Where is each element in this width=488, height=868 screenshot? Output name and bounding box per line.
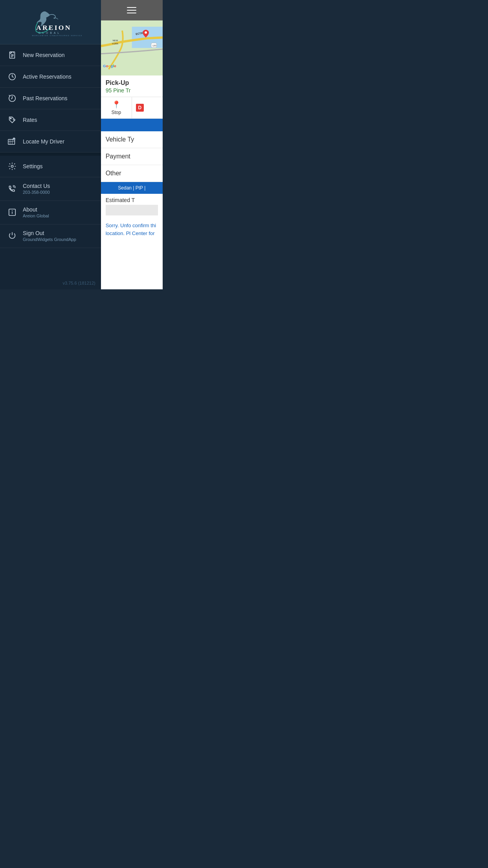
nav-section: New Reservation Active Reservations	[0, 44, 101, 277]
svg-text:YORK: YORK	[112, 42, 118, 45]
map-area: ECTICU NEW YORK 120 Google	[101, 20, 163, 75]
estimated-section: Estimated T	[101, 194, 163, 219]
svg-point-11	[10, 118, 11, 119]
svg-text:120: 120	[152, 44, 156, 47]
active-reservations-label: Active Reservations	[23, 74, 72, 80]
summary-text: Sedan | PtP |	[118, 185, 145, 191]
svg-point-16	[11, 165, 13, 167]
phone-icon	[7, 184, 17, 194]
tag-icon	[7, 115, 17, 125]
other-section[interactable]: Other	[101, 165, 163, 182]
sign-out-label: Sign Out GroundWidgets GroundApp	[23, 230, 76, 242]
stop-cell[interactable]: 📍 Stop	[101, 97, 132, 118]
info-icon	[7, 207, 17, 217]
sidebar-item-active-reservations[interactable]: Active Reservations	[0, 66, 101, 88]
payment-label: Payment	[106, 153, 130, 160]
power-icon	[7, 231, 17, 241]
right-panel: ECTICU NEW YORK 120 Google Pick-Up 95 Pi…	[101, 0, 163, 289]
pickup-address: 95 Pine Tr	[106, 87, 158, 94]
svg-text:NEW: NEW	[112, 39, 118, 42]
payment-section[interactable]: Payment	[101, 148, 163, 165]
vehicle-type-label: Vehicle Ty	[106, 136, 134, 143]
version-text: v3.75.6 (181212)	[0, 277, 101, 289]
right-header	[101, 0, 163, 20]
sidebar: AREION GLOBAL WORLDWIDE CHAUFFEURED SERV…	[0, 0, 101, 289]
destination-cell: D	[132, 97, 163, 118]
sidebar-item-locate-driver[interactable]: Locate My Driver	[0, 131, 101, 153]
svg-text:WORLDWIDE CHAUFFEURED SERVICES: WORLDWIDE CHAUFFEURED SERVICES	[32, 35, 82, 37]
map-svg: ECTICU NEW YORK 120 Google	[101, 20, 163, 75]
hamburger-line-1	[127, 7, 136, 8]
svg-text:GLOBAL: GLOBAL	[39, 31, 61, 35]
stop-text: Stop	[111, 110, 121, 115]
hamburger-line-2	[127, 10, 136, 11]
map-driver-icon	[7, 136, 17, 147]
other-label: Other	[106, 170, 121, 177]
rates-label: Rates	[23, 117, 37, 123]
sidebar-item-past-reservations[interactable]: Past Reservations	[0, 88, 101, 109]
destination-marker: D	[136, 104, 144, 112]
sorry-text: Sorry. Unfo confirm thi location. Pl Cen…	[101, 219, 163, 240]
pickup-section: Pick-Up 95 Pine Tr	[101, 75, 163, 97]
history-icon	[7, 93, 17, 103]
vehicle-type-section[interactable]: Vehicle Ty	[101, 131, 163, 148]
estimated-input[interactable]	[106, 205, 158, 215]
app-logo: AREION GLOBAL WORLDWIDE CHAUFFEURED SERV…	[19, 7, 82, 39]
content-area: Pick-Up 95 Pine Tr 📍 Stop D Vehicle Ty P…	[101, 75, 163, 289]
clipboard-icon	[7, 50, 17, 60]
sidebar-item-settings[interactable]: Settings	[0, 156, 101, 177]
hamburger-button[interactable]	[127, 7, 136, 13]
svg-text:AREION: AREION	[36, 24, 72, 31]
active-clock-icon	[7, 72, 17, 82]
svg-text:Google: Google	[103, 64, 116, 68]
svg-point-15	[13, 138, 14, 139]
sidebar-item-sign-out[interactable]: Sign Out GroundWidgets GroundApp	[0, 224, 101, 248]
sidebar-item-rates[interactable]: Rates	[0, 109, 101, 131]
estimated-label: Estimated T	[106, 197, 158, 203]
blue-bar	[101, 119, 163, 131]
stop-icon: 📍	[112, 100, 121, 109]
contact-us-label: Contact Us 203-358-0000	[23, 183, 50, 195]
settings-label: Settings	[23, 163, 43, 170]
past-reservations-label: Past Reservations	[23, 95, 68, 102]
locate-driver-label: Locate My Driver	[23, 138, 64, 145]
sidebar-item-about[interactable]: About Areion Global	[0, 201, 101, 224]
sidebar-item-new-reservation[interactable]: New Reservation	[0, 44, 101, 66]
sidebar-item-contact-us[interactable]: Contact Us 203-358-0000	[0, 177, 101, 201]
new-reservation-label: New Reservation	[23, 52, 65, 59]
logo-area: AREION GLOBAL WORLDWIDE CHAUFFEURED SERV…	[0, 0, 101, 44]
gear-icon	[7, 161, 17, 171]
about-label: About Areion Global	[23, 206, 49, 219]
hamburger-line-3	[127, 13, 136, 13]
pickup-label: Pick-Up	[106, 79, 158, 86]
svg-point-25	[145, 31, 147, 34]
svg-rect-3	[10, 52, 15, 59]
stop-row: 📍 Stop D	[101, 97, 163, 119]
summary-bar: Sedan | PtP |	[101, 182, 163, 194]
nav-spacer	[0, 153, 101, 156]
